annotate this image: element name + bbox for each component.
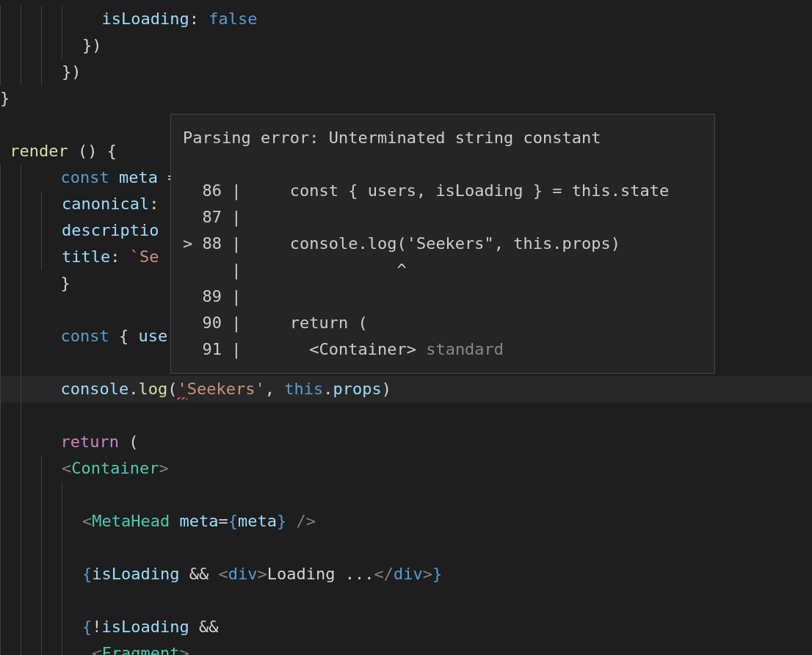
code-token: isLoading bbox=[92, 565, 179, 583]
code-line-active[interactable]: console.log('Seekers', this.props) bbox=[0, 376, 812, 402]
code-token: isLoading bbox=[102, 618, 189, 636]
code-line[interactable]: } bbox=[0, 85, 812, 112]
code-token: ( bbox=[167, 380, 177, 398]
code-line[interactable] bbox=[0, 535, 812, 561]
code-token: `Se bbox=[130, 247, 159, 266]
code-token: render bbox=[10, 142, 68, 160]
code-token: { bbox=[228, 512, 238, 530]
code-token: descriptio bbox=[62, 221, 159, 239]
code-token: const bbox=[61, 327, 109, 345]
code-token: > bbox=[257, 565, 267, 583]
code-line[interactable]: <Container> bbox=[0, 455, 812, 482]
code-token: return bbox=[61, 433, 119, 451]
tooltip-line: 89 | bbox=[183, 283, 703, 310]
code-token: const bbox=[61, 168, 109, 187]
code-token: this bbox=[284, 380, 323, 398]
tooltip-line: 86 | const { users, isLoading } = this.s… bbox=[183, 178, 703, 204]
code-token: < bbox=[92, 644, 101, 655]
code-token: title bbox=[62, 247, 110, 266]
code-token: : bbox=[149, 195, 159, 213]
code-token: > bbox=[159, 459, 168, 477]
tooltip-title: Parsing error: Unterminated string const… bbox=[183, 125, 703, 151]
code-token: } bbox=[61, 274, 70, 292]
code-token: meta bbox=[179, 512, 218, 530]
tooltip-line: 87 | bbox=[183, 204, 703, 231]
code-token: && bbox=[189, 618, 219, 636]
code-token: > bbox=[179, 644, 189, 655]
code-token: < bbox=[218, 565, 228, 583]
code-token: . bbox=[323, 380, 333, 398]
code-editor[interactable]: isLoading: false }) }) } render () { con… bbox=[0, 0, 812, 655]
code-token: Loading ... bbox=[267, 565, 374, 583]
code-token: props bbox=[333, 380, 381, 398]
code-token: /> bbox=[286, 512, 316, 530]
code-token: { bbox=[82, 565, 92, 583]
code-line[interactable]: {!isLoading && bbox=[0, 614, 812, 640]
code-token: log bbox=[138, 380, 167, 398]
code-token: div bbox=[228, 565, 258, 583]
tooltip-line: | ^ bbox=[183, 257, 703, 283]
code-line[interactable] bbox=[0, 402, 812, 429]
code-token: > bbox=[423, 565, 432, 583]
code-line[interactable]: }) bbox=[0, 32, 812, 59]
code-token: , bbox=[265, 380, 285, 398]
tooltip-line: 91 | <Container> standard bbox=[183, 336, 703, 363]
code-token: meta bbox=[238, 512, 277, 530]
code-token: }) bbox=[62, 62, 81, 81]
error-tooltip[interactable]: Parsing error: Unterminated string const… bbox=[170, 114, 715, 374]
code-token: } bbox=[0, 89, 10, 107]
code-token: < bbox=[62, 459, 71, 477]
code-line[interactable]: }) bbox=[0, 59, 812, 85]
code-token: = bbox=[218, 512, 228, 530]
code-token: meta bbox=[109, 168, 158, 187]
code-token: ( bbox=[119, 433, 139, 451]
tooltip-blank bbox=[183, 151, 703, 178]
code-token: () { bbox=[68, 142, 117, 160]
code-line[interactable] bbox=[0, 587, 812, 614]
error-token: ' bbox=[177, 380, 186, 398]
code-line[interactable]: isLoading: false bbox=[0, 6, 812, 32]
code-line[interactable] bbox=[0, 482, 812, 508]
code-token: && bbox=[179, 565, 218, 583]
code-token: . bbox=[128, 380, 138, 398]
code-token: { bbox=[109, 327, 139, 345]
code-token: div bbox=[394, 565, 423, 583]
code-line[interactable]: <MetaHead meta={meta} /> bbox=[0, 508, 812, 535]
code-token: ! bbox=[92, 618, 101, 636]
code-line[interactable]: return ( bbox=[0, 429, 812, 455]
code-token: isLoading bbox=[102, 10, 189, 28]
code-token: </ bbox=[374, 565, 394, 583]
code-token: } bbox=[277, 512, 286, 530]
code-token: console bbox=[61, 380, 129, 398]
code-token: } bbox=[432, 565, 442, 583]
code-token: false bbox=[209, 10, 257, 28]
code-token: MetaHead bbox=[92, 512, 170, 530]
code-line[interactable]: <Fragment> bbox=[0, 640, 812, 655]
code-line[interactable]: {isLoading && <div>Loading ...</div>} bbox=[0, 561, 812, 587]
code-token: : bbox=[189, 10, 209, 28]
code-token: Container bbox=[71, 459, 159, 477]
code-token bbox=[170, 512, 179, 530]
tooltip-line: 90 | return ( bbox=[183, 310, 703, 336]
code-token: : bbox=[110, 247, 130, 266]
code-token: }) bbox=[82, 36, 102, 54]
code-token: ) bbox=[382, 380, 391, 398]
tooltip-line: > 88 | console.log('Seekers", this.props… bbox=[183, 231, 703, 257]
code-token: Seekers' bbox=[187, 380, 265, 398]
code-token: Fragment bbox=[102, 644, 180, 655]
code-token: { bbox=[82, 618, 92, 636]
code-token: < bbox=[82, 512, 92, 530]
code-token: canonical bbox=[62, 195, 149, 213]
